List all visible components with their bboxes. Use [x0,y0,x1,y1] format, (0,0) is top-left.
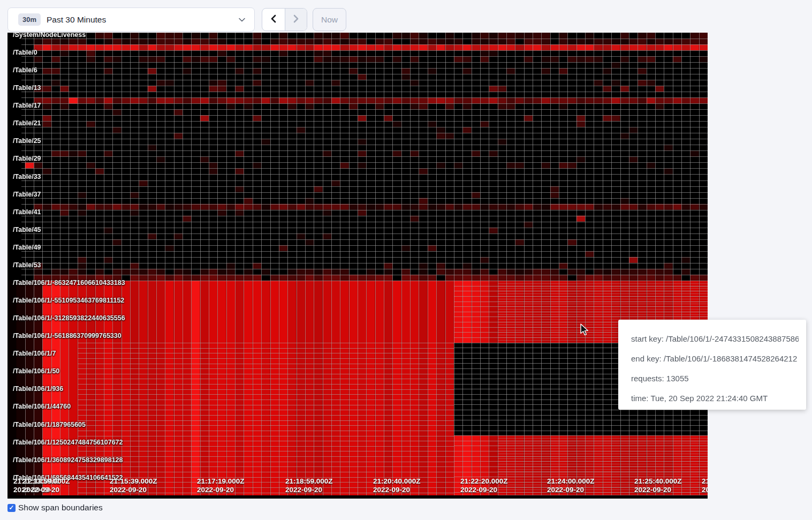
tooltip-requests: requests: 13055 [631,372,799,385]
time-range-label: Past 30 Minutes [47,15,106,25]
time-scale-badge: 30m [18,13,41,26]
prev-time-button[interactable] [262,9,285,31]
tooltip-time: time: Tue, 20 Sep 2022 21:24:40 GMT [631,392,799,404]
chevron-right-icon [292,14,300,25]
footer: ✓ Show span boundaries [7,503,103,513]
show-span-boundaries-label: Show span boundaries [18,503,103,513]
now-button-label: Now [321,15,338,25]
show-span-boundaries-checkbox[interactable]: ✓ [7,504,16,512]
next-time-button[interactable] [285,9,307,31]
chevron-down-icon [238,16,246,26]
time-nav-group [262,8,307,31]
key-visualizer-chart: /System/NodeLiveness/Table/0/Table/6/Tab… [7,33,708,499]
tooltip-start-key: start key: /Table/106/1/-247433150824388… [631,333,799,345]
time-range-dropdown[interactable]: 30m Past 30 Minutes [7,7,255,32]
key-visualizer-heatmap[interactable] [7,33,708,499]
chevron-left-icon [270,14,277,25]
now-button[interactable]: Now [313,8,346,31]
span-tooltip: start key: /Table/106/1/-247433150824388… [618,320,806,410]
tooltip-end-key: end key: /Table/106/1/-18683814745282642… [631,352,799,365]
